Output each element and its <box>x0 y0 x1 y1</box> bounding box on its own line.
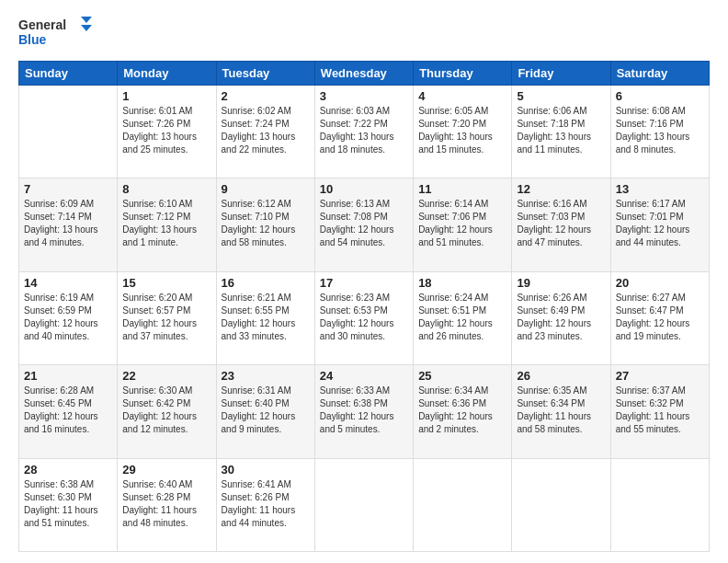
day-info: Sunrise: 6:38 AM Sunset: 6:30 PM Dayligh… <box>24 478 112 530</box>
svg-marker-1 <box>81 17 92 23</box>
day-number: 16 <box>222 276 310 290</box>
day-info: Sunrise: 6:24 AM Sunset: 6:51 PM Dayligh… <box>418 292 506 343</box>
day-info: Sunrise: 6:02 AM Sunset: 7:24 PM Dayligh… <box>222 105 310 156</box>
day-number: 22 <box>122 369 210 383</box>
day-info: Sunrise: 6:09 AM Sunset: 7:14 PM Dayligh… <box>24 198 112 249</box>
day-info: Sunrise: 6:14 AM Sunset: 7:06 PM Dayligh… <box>418 198 506 249</box>
calendar-cell: 16Sunrise: 6:21 AM Sunset: 6:55 PM Dayli… <box>216 271 314 364</box>
day-number: 28 <box>24 463 112 477</box>
calendar-cell: 10Sunrise: 6:13 AM Sunset: 7:08 PM Dayli… <box>314 178 413 271</box>
calendar-cell: 4Sunrise: 6:05 AM Sunset: 7:20 PM Daylig… <box>414 86 512 178</box>
calendar-cell: 22Sunrise: 6:30 AM Sunset: 6:42 PM Dayli… <box>118 365 216 458</box>
day-info: Sunrise: 6:17 AM Sunset: 7:01 PM Dayligh… <box>616 198 704 249</box>
calendar-cell: 25Sunrise: 6:34 AM Sunset: 6:36 PM Dayli… <box>414 365 512 458</box>
calendar-week-row: 14Sunrise: 6:19 AM Sunset: 6:59 PM Dayli… <box>19 271 710 364</box>
day-info: Sunrise: 6:08 AM Sunset: 7:16 PM Dayligh… <box>616 105 704 156</box>
day-number: 27 <box>616 369 704 383</box>
calendar-cell: 6Sunrise: 6:08 AM Sunset: 7:16 PM Daylig… <box>610 86 709 178</box>
day-number: 4 <box>418 89 506 103</box>
day-info: Sunrise: 6:13 AM Sunset: 7:08 PM Dayligh… <box>320 198 408 249</box>
day-number: 19 <box>517 276 605 290</box>
day-of-week-header: Sunday <box>19 62 118 86</box>
calendar-cell <box>314 458 413 551</box>
day-number: 10 <box>320 182 408 196</box>
day-number: 29 <box>122 463 210 477</box>
day-number: 6 <box>616 89 704 103</box>
calendar-cell: 29Sunrise: 6:40 AM Sunset: 6:28 PM Dayli… <box>118 458 216 551</box>
day-info: Sunrise: 6:03 AM Sunset: 7:22 PM Dayligh… <box>320 105 408 156</box>
calendar-week-row: 21Sunrise: 6:28 AM Sunset: 6:45 PM Dayli… <box>19 365 710 458</box>
calendar-cell: 24Sunrise: 6:33 AM Sunset: 6:38 PM Dayli… <box>314 365 413 458</box>
day-number: 12 <box>517 182 605 196</box>
logo: General Blue <box>18 15 92 52</box>
day-number: 30 <box>222 463 310 477</box>
day-info: Sunrise: 6:06 AM Sunset: 7:18 PM Dayligh… <box>517 105 605 156</box>
day-number: 21 <box>24 369 112 383</box>
day-number: 17 <box>320 276 408 290</box>
day-number: 1 <box>122 89 210 103</box>
day-number: 14 <box>24 276 112 290</box>
day-info: Sunrise: 6:33 AM Sunset: 6:38 PM Dayligh… <box>320 385 408 436</box>
page: General Blue SundayMondayTuesdayWednesda… <box>0 0 728 563</box>
day-info: Sunrise: 6:31 AM Sunset: 6:40 PM Dayligh… <box>222 385 310 436</box>
logo-svg: General Blue <box>18 15 92 52</box>
calendar-cell: 18Sunrise: 6:24 AM Sunset: 6:51 PM Dayli… <box>414 271 512 364</box>
day-number: 8 <box>122 182 210 196</box>
day-number: 5 <box>517 89 605 103</box>
calendar-cell <box>610 458 709 551</box>
calendar-cell: 14Sunrise: 6:19 AM Sunset: 6:59 PM Dayli… <box>19 271 118 364</box>
calendar-cell: 9Sunrise: 6:12 AM Sunset: 7:10 PM Daylig… <box>216 178 314 271</box>
calendar-cell: 23Sunrise: 6:31 AM Sunset: 6:40 PM Dayli… <box>216 365 314 458</box>
day-info: Sunrise: 6:05 AM Sunset: 7:20 PM Dayligh… <box>418 105 506 156</box>
day-info: Sunrise: 6:21 AM Sunset: 6:55 PM Dayligh… <box>222 292 310 343</box>
calendar-cell <box>512 458 610 551</box>
day-info: Sunrise: 6:30 AM Sunset: 6:42 PM Dayligh… <box>122 385 210 436</box>
calendar-cell: 19Sunrise: 6:26 AM Sunset: 6:49 PM Dayli… <box>512 271 610 364</box>
day-info: Sunrise: 6:41 AM Sunset: 6:26 PM Dayligh… <box>222 478 310 530</box>
day-number: 11 <box>418 182 506 196</box>
calendar-cell: 12Sunrise: 6:16 AM Sunset: 7:03 PM Dayli… <box>512 178 610 271</box>
calendar-cell: 15Sunrise: 6:20 AM Sunset: 6:57 PM Dayli… <box>118 271 216 364</box>
day-number: 3 <box>320 89 408 103</box>
calendar-cell: 21Sunrise: 6:28 AM Sunset: 6:45 PM Dayli… <box>19 365 118 458</box>
day-info: Sunrise: 6:27 AM Sunset: 6:47 PM Dayligh… <box>616 292 704 343</box>
calendar-week-row: 1Sunrise: 6:01 AM Sunset: 7:26 PM Daylig… <box>19 86 710 178</box>
day-info: Sunrise: 6:12 AM Sunset: 7:10 PM Dayligh… <box>222 198 310 249</box>
calendar-cell: 5Sunrise: 6:06 AM Sunset: 7:18 PM Daylig… <box>512 86 610 178</box>
calendar-cell: 7Sunrise: 6:09 AM Sunset: 7:14 PM Daylig… <box>19 178 118 271</box>
day-number: 2 <box>222 89 310 103</box>
svg-text:Blue: Blue <box>18 32 47 47</box>
day-number: 7 <box>24 182 112 196</box>
day-number: 20 <box>616 276 704 290</box>
calendar-cell: 13Sunrise: 6:17 AM Sunset: 7:01 PM Dayli… <box>610 178 709 271</box>
day-info: Sunrise: 6:23 AM Sunset: 6:53 PM Dayligh… <box>320 292 408 343</box>
day-info: Sunrise: 6:16 AM Sunset: 7:03 PM Dayligh… <box>517 198 605 249</box>
calendar-cell: 20Sunrise: 6:27 AM Sunset: 6:47 PM Dayli… <box>610 271 709 364</box>
calendar-cell <box>414 458 512 551</box>
calendar-week-row: 28Sunrise: 6:38 AM Sunset: 6:30 PM Dayli… <box>19 458 710 551</box>
day-of-week-header: Wednesday <box>314 62 413 86</box>
header: General Blue <box>18 15 710 52</box>
day-number: 13 <box>616 182 704 196</box>
day-info: Sunrise: 6:20 AM Sunset: 6:57 PM Dayligh… <box>122 292 210 343</box>
calendar-cell: 26Sunrise: 6:35 AM Sunset: 6:34 PM Dayli… <box>512 365 610 458</box>
day-of-week-header: Monday <box>118 62 216 86</box>
day-info: Sunrise: 6:35 AM Sunset: 6:34 PM Dayligh… <box>517 385 605 436</box>
day-info: Sunrise: 6:01 AM Sunset: 7:26 PM Dayligh… <box>122 105 210 156</box>
svg-text:General: General <box>18 17 66 32</box>
day-info: Sunrise: 6:19 AM Sunset: 6:59 PM Dayligh… <box>24 292 112 343</box>
day-info: Sunrise: 6:37 AM Sunset: 6:32 PM Dayligh… <box>616 385 704 436</box>
day-info: Sunrise: 6:40 AM Sunset: 6:28 PM Dayligh… <box>122 478 210 530</box>
calendar-cell: 3Sunrise: 6:03 AM Sunset: 7:22 PM Daylig… <box>314 86 413 178</box>
day-of-week-header: Thursday <box>414 62 512 86</box>
day-of-week-header: Friday <box>512 62 610 86</box>
day-number: 24 <box>320 369 408 383</box>
day-info: Sunrise: 6:28 AM Sunset: 6:45 PM Dayligh… <box>24 385 112 436</box>
calendar-cell <box>19 86 118 178</box>
calendar-cell: 28Sunrise: 6:38 AM Sunset: 6:30 PM Dayli… <box>19 458 118 551</box>
calendar-cell: 30Sunrise: 6:41 AM Sunset: 6:26 PM Dayli… <box>216 458 314 551</box>
calendar-cell: 17Sunrise: 6:23 AM Sunset: 6:53 PM Dayli… <box>314 271 413 364</box>
calendar-cell: 2Sunrise: 6:02 AM Sunset: 7:24 PM Daylig… <box>216 86 314 178</box>
day-number: 25 <box>418 369 506 383</box>
calendar: SundayMondayTuesdayWednesdayThursdayFrid… <box>18 61 710 552</box>
